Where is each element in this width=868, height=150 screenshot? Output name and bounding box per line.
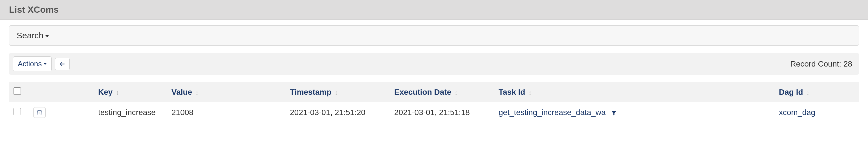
- record-count-label: Record Count:: [790, 59, 841, 68]
- header-value-label: Value: [172, 88, 192, 96]
- sort-icon: ↕: [335, 89, 338, 96]
- cell-key: testing_increase: [94, 102, 167, 123]
- cell-timestamp: 2021-03-01, 21:51:20: [285, 102, 390, 123]
- cell-execution-date: 2021-03-01, 21:51:18: [390, 102, 494, 123]
- sort-icon: ↕: [195, 89, 198, 96]
- back-button[interactable]: [55, 58, 70, 70]
- cell-dag-id: xcom_dag: [774, 102, 859, 123]
- task-id-link[interactable]: get_testing_increase_data_wa: [499, 108, 606, 117]
- header-value[interactable]: Value ↕: [167, 82, 285, 102]
- toolbar: Actions Record Count: 28: [9, 53, 859, 75]
- sort-icon: ↕: [116, 89, 119, 96]
- search-panel: Search: [9, 25, 859, 46]
- search-label: Search: [17, 31, 43, 40]
- table-row: testing_increase 21008 2021-03-01, 21:51…: [9, 102, 859, 123]
- header-select-all: [9, 82, 29, 102]
- header-actions: [29, 82, 94, 102]
- record-count: Record Count: 28: [790, 59, 855, 68]
- header-execution-date-label: Execution Date: [394, 88, 451, 96]
- xcoms-table-wrap: Key ↕ Value ↕ Timestamp ↕ Execution Date…: [9, 82, 859, 123]
- arrow-left-icon: [59, 61, 65, 67]
- header-task-id[interactable]: Task Id ↕: [494, 82, 774, 102]
- cell-value: 21008: [167, 102, 285, 123]
- search-toggle[interactable]: Search: [17, 31, 49, 40]
- trash-icon: [36, 109, 42, 116]
- header-task-id-label: Task Id: [499, 88, 525, 96]
- caret-down-icon: [45, 35, 49, 37]
- select-all-checkbox[interactable]: [13, 87, 21, 95]
- header-execution-date[interactable]: Execution Date ↕: [390, 82, 494, 102]
- page-title: List XComs: [9, 4, 859, 15]
- cell-task-id: get_testing_increase_data_wa: [494, 102, 774, 123]
- toolbar-left: Actions: [13, 56, 70, 71]
- page-header: List XComs: [0, 0, 868, 20]
- actions-label: Actions: [18, 59, 42, 68]
- record-count-value: 28: [843, 59, 852, 68]
- header-timestamp[interactable]: Timestamp ↕: [285, 82, 390, 102]
- actions-dropdown[interactable]: Actions: [13, 56, 52, 71]
- sort-icon: ↕: [806, 89, 809, 96]
- caret-down-icon: [43, 63, 47, 65]
- table-header-row: Key ↕ Value ↕ Timestamp ↕ Execution Date…: [9, 82, 859, 102]
- xcoms-table: Key ↕ Value ↕ Timestamp ↕ Execution Date…: [9, 82, 859, 123]
- header-dag-id-label: Dag Id: [779, 88, 803, 96]
- sort-icon: ↕: [528, 89, 532, 96]
- header-key[interactable]: Key ↕: [94, 82, 167, 102]
- dag-id-link[interactable]: xcom_dag: [779, 108, 815, 117]
- header-key-label: Key: [98, 88, 113, 96]
- cell-actions: [29, 102, 94, 123]
- filter-icon[interactable]: [611, 110, 617, 116]
- row-checkbox[interactable]: [13, 108, 21, 115]
- header-dag-id[interactable]: Dag Id ↕: [774, 82, 859, 102]
- row-actions: [33, 107, 89, 118]
- header-timestamp-label: Timestamp: [290, 88, 331, 96]
- sort-icon: ↕: [455, 89, 458, 96]
- cell-checkbox: [9, 102, 29, 123]
- content: Search Actions Record Count: 28: [0, 20, 868, 129]
- delete-button[interactable]: [33, 107, 46, 118]
